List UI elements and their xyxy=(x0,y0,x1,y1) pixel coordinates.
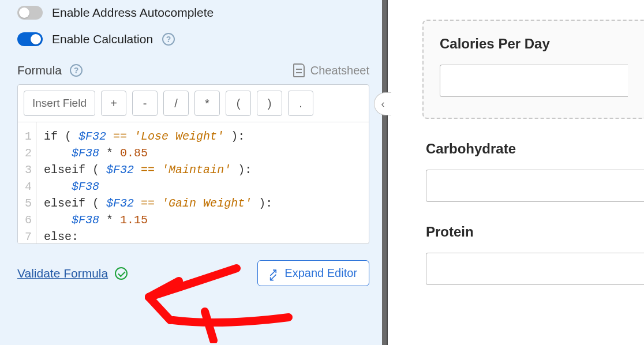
preview-panel: Calories Per Day Carbohydrate Protein xyxy=(394,0,644,345)
check-circle-icon xyxy=(115,267,128,280)
op-multiply-button[interactable]: * xyxy=(194,91,220,116)
calculation-toggle[interactable] xyxy=(17,32,43,46)
validate-formula-link[interactable]: Validate Formula xyxy=(17,267,108,280)
calories-input[interactable] xyxy=(440,65,628,97)
formula-header: Formula ? Cheatsheet xyxy=(17,63,369,77)
editor-footer: Validate Formula Expand Editor xyxy=(17,260,369,286)
validate-section: Validate Formula xyxy=(17,267,128,280)
protein-field: Protein xyxy=(422,224,644,285)
expand-icon xyxy=(269,269,279,278)
carbohydrate-field: Carbohydrate xyxy=(422,141,644,202)
insert-field-button[interactable]: Insert Field xyxy=(24,91,95,116)
op-dot-button[interactable]: . xyxy=(288,91,313,116)
protein-label: Protein xyxy=(426,224,644,240)
panel-divider[interactable]: ‹ xyxy=(382,0,394,345)
calories-label: Calories Per Day xyxy=(440,36,628,52)
help-icon[interactable]: ? xyxy=(70,64,83,77)
formula-editor: Insert Field + - / * ( ) . 1234567 if ( … xyxy=(17,84,369,244)
expand-editor-label: Expand Editor xyxy=(284,267,357,280)
cheatsheet-link[interactable]: Cheatsheet xyxy=(293,63,369,77)
code-content[interactable]: if ( $F32 == 'Lose Weight' ): $F38 * 0.8… xyxy=(37,122,279,243)
calculation-toggle-row: Enable Calculation ? xyxy=(17,32,369,46)
document-icon xyxy=(293,63,305,77)
op-divide-button[interactable]: / xyxy=(163,91,189,116)
autocomplete-label: Enable Address Autocomplete xyxy=(52,6,214,20)
op-lparen-button[interactable]: ( xyxy=(226,91,251,116)
op-rparen-button[interactable]: ) xyxy=(257,91,282,116)
autocomplete-toggle-row: Enable Address Autocomplete xyxy=(17,6,369,20)
op-minus-button[interactable]: - xyxy=(132,91,158,116)
carbohydrate-label: Carbohydrate xyxy=(426,141,644,157)
op-plus-button[interactable]: + xyxy=(101,91,126,116)
formula-heading: Formula xyxy=(17,63,62,77)
help-icon[interactable]: ? xyxy=(162,33,175,46)
settings-panel: Enable Address Autocomplete Enable Calcu… xyxy=(0,0,387,345)
protein-input[interactable] xyxy=(426,253,644,285)
carbohydrate-input[interactable] xyxy=(426,170,644,202)
calculation-label: Enable Calculation xyxy=(52,32,153,46)
chevron-left-icon: ‹ xyxy=(381,98,385,110)
autocomplete-toggle[interactable] xyxy=(17,6,43,20)
code-area[interactable]: 1234567 if ( $F32 == 'Lose Weight' ): $F… xyxy=(18,122,369,243)
calories-field-card[interactable]: Calories Per Day xyxy=(422,20,644,119)
expand-editor-button[interactable]: Expand Editor xyxy=(257,260,369,286)
editor-toolbar: Insert Field + - / * ( ) . xyxy=(18,85,369,122)
cheatsheet-label: Cheatsheet xyxy=(310,64,369,77)
line-gutter: 1234567 xyxy=(18,122,37,243)
